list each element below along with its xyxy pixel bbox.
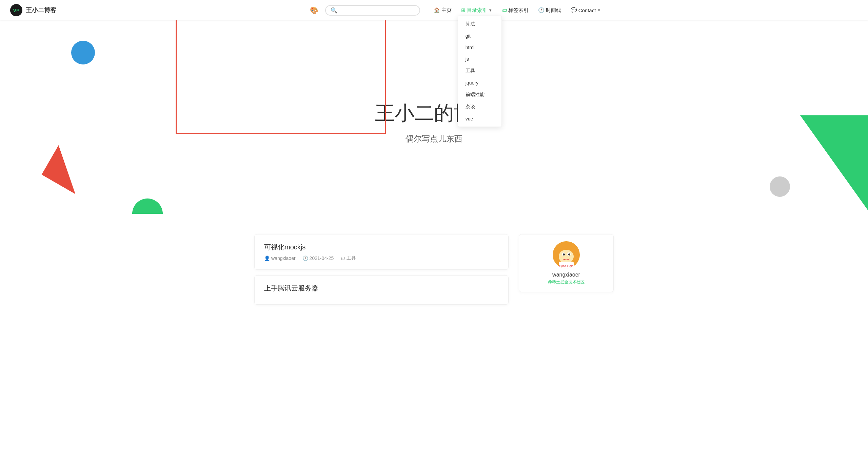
clock-icon: 🕐 (538, 7, 545, 13)
catalog-dropdown-container: ⊞ 目录索引 ▼ 算法 git html js 工具 jquery 前端性能 杂… (458, 5, 496, 16)
nav-label-contact: Contact (578, 7, 596, 13)
clock-icon-1: 🕐 (302, 256, 308, 261)
hero-subtitle: 偶尔写点儿东西 (375, 133, 493, 144)
sidebar-username: wangxiaoer (526, 272, 607, 278)
hero-section: 王小二的博客 偶尔写点儿东西 (0, 20, 868, 224)
chevron-down-icon: ▼ (489, 8, 492, 12)
search-input[interactable] (340, 7, 408, 13)
nav-label-tags: 标签索引 (508, 7, 529, 14)
post-title-2: 上手腾讯云服务器 (264, 284, 499, 293)
author-label-1: wangxiaoer (271, 256, 296, 261)
tag-icon-1: 🏷 (340, 256, 345, 261)
dropdown-item-vue[interactable]: vue (458, 113, 501, 125)
shape-green-semicircle (132, 198, 163, 214)
tag-icon: 🏷 (502, 7, 507, 13)
post-card-2[interactable]: 上手腾讯云服务器 (254, 275, 509, 305)
home-icon: 🏠 (434, 7, 440, 13)
post-title-1: 可视化mockjs (264, 243, 499, 252)
avatar-image: Coca-Cola (553, 241, 580, 268)
post-tag-1: 🏷 工具 (340, 255, 356, 261)
svg-text:VP: VP (13, 8, 20, 13)
nav-label-home: 主页 (441, 7, 452, 14)
dropdown-item-git[interactable]: git (458, 30, 501, 42)
post-date-1: 🕐 2021-04-25 (302, 256, 334, 261)
svg-text:Coca-Cola: Coca-Cola (559, 264, 574, 268)
shape-blue-circle (71, 41, 95, 64)
svg-point-7 (568, 253, 570, 256)
sidebar-link[interactable]: @稀土掘金技术社区 (526, 279, 607, 285)
nav-item-timeline[interactable]: 🕐 时间线 (535, 5, 565, 16)
shape-red-triangle (42, 145, 93, 194)
nav-item-home[interactable]: 🏠 主页 (430, 5, 455, 16)
dropdown-item-gongju[interactable]: 工具 (458, 65, 501, 77)
logo-area[interactable]: VP 王小二博客 (10, 4, 56, 16)
sidebar-card: Coca-Cola wangxiaoer @稀土掘金技术社区 (519, 234, 614, 292)
content-area: 可视化mockjs 👤 wangxiaoer 🕐 2021-04-25 🏷 工具… (248, 224, 620, 320)
chat-icon: 💬 (571, 7, 577, 13)
dropdown-item-jquery[interactable]: jquery (458, 77, 501, 89)
logo-icon: VP (10, 4, 22, 16)
post-meta-1: 👤 wangxiaoer 🕐 2021-04-25 🏷 工具 (264, 255, 499, 261)
dropdown-item-html[interactable]: html (458, 42, 501, 53)
dropdown-item-suanfa[interactable]: 算法 (458, 18, 501, 30)
search-area: 🔍 (325, 5, 420, 16)
svg-point-3 (559, 250, 574, 263)
catalog-icon: ⊞ (461, 7, 466, 13)
catalog-dropdown-menu: 算法 git html js 工具 jquery 前端性能 杂谈 vue (458, 16, 502, 127)
svg-point-6 (563, 253, 565, 256)
site-title: 王小二博客 (26, 6, 56, 14)
shape-green-triangle-right (800, 115, 868, 210)
dropdown-item-qianduanxingneng[interactable]: 前端性能 (458, 89, 501, 101)
main-posts: 可视化mockjs 👤 wangxiaoer 🕐 2021-04-25 🏷 工具… (254, 234, 509, 310)
nav: 🏠 主页 ⊞ 目录索引 ▼ 算法 git html js 工具 jquery 前… (430, 5, 604, 16)
nav-label-timeline: 时间线 (546, 7, 561, 14)
nav-label-catalog: 目录索引 (467, 7, 487, 14)
search-icon: 🔍 (331, 7, 337, 14)
contact-chevron-icon: ▼ (597, 8, 601, 12)
nav-item-tags[interactable]: 🏷 标签索引 (498, 5, 532, 16)
header: VP 王小二博客 🎨 🔍 🏠 主页 ⊞ 目录索引 ▼ 算法 (0, 0, 868, 20)
shape-gray-circle (770, 176, 790, 197)
dropdown-item-zatan[interactable]: 杂谈 (458, 101, 501, 113)
palette-icon[interactable]: 🎨 (310, 6, 318, 14)
post-card-1[interactable]: 可视化mockjs 👤 wangxiaoer 🕐 2021-04-25 🏷 工具 (254, 234, 509, 270)
author-icon-1: 👤 (264, 256, 270, 261)
nav-item-contact[interactable]: 💬 Contact ▼ (567, 5, 605, 15)
date-label-1: 2021-04-25 (310, 256, 334, 261)
sidebar: Coca-Cola wangxiaoer @稀土掘金技术社区 (519, 234, 614, 310)
tag-label-1: 工具 (347, 255, 356, 261)
dropdown-item-js[interactable]: js (458, 53, 501, 65)
nav-item-catalog[interactable]: ⊞ 目录索引 ▼ (458, 5, 496, 16)
post-author-1: 👤 wangxiaoer (264, 256, 296, 261)
avatar: Coca-Cola (553, 241, 580, 268)
header-center: 🎨 🔍 🏠 主页 ⊞ 目录索引 ▼ 算法 git html (56, 5, 858, 16)
